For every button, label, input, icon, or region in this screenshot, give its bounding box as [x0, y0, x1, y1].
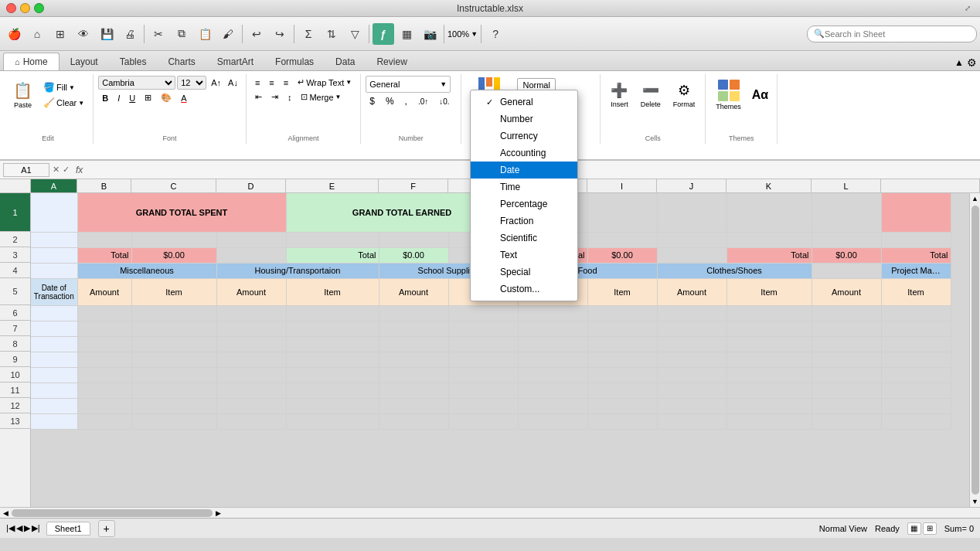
merge-btn[interactable]: ⊡ Merge ▼ [297, 90, 345, 104]
col-header-a[interactable]: A [31, 179, 77, 192]
help-icon[interactable]: ? [485, 23, 506, 45]
cell-m4[interactable]: Project Ma… [881, 263, 951, 278]
resize-icon[interactable]: ⤢ [961, 2, 974, 15]
cell-m2[interactable] [881, 232, 951, 247]
dropdown-item-time[interactable]: Time [471, 179, 577, 196]
cell-j5[interactable]: Amount [657, 278, 726, 305]
col-header-e[interactable]: E [286, 179, 379, 192]
row-header-4[interactable]: 4 [0, 263, 30, 278]
cell-i3[interactable]: $0.00 [587, 247, 657, 263]
decimal-decrease-btn[interactable]: ↓0. [435, 96, 453, 107]
paste-icon[interactable]: 📋 [194, 23, 216, 45]
row-header-9[interactable]: 9 [0, 352, 30, 367]
cell-i2[interactable] [587, 232, 657, 247]
tab-formulas[interactable]: Formulas [264, 53, 325, 70]
page-layout-view-btn[interactable]: ⊞ [923, 522, 937, 535]
fill-button[interactable]: 🪣 Fill ▼ [39, 80, 88, 94]
col-header-l[interactable]: L [812, 179, 881, 192]
sheet-nav-first[interactable]: |◀ [6, 523, 15, 533]
cell-f6[interactable] [379, 305, 448, 321]
cell-m1[interactable] [881, 193, 951, 232]
col-header-b[interactable]: B [77, 179, 131, 192]
row-header-11[interactable]: 11 [0, 383, 30, 398]
comma-btn[interactable]: , [401, 94, 411, 108]
cancel-formula-icon[interactable]: ✕ [53, 165, 60, 175]
copy-icon[interactable]: ⧉ [171, 23, 192, 45]
cell-j3[interactable] [657, 247, 726, 263]
format-painter-icon[interactable]: 🖌 [217, 23, 239, 45]
cell-k5[interactable]: Item [726, 278, 812, 305]
number-format-dropdown[interactable]: General ▼ [366, 76, 451, 93]
insert-button[interactable]: ➕ Insert [605, 76, 634, 114]
cell-f5[interactable]: Amount [379, 278, 448, 305]
cell-j1[interactable] [657, 193, 726, 232]
percent-btn[interactable]: % [382, 94, 398, 108]
col-header-j[interactable]: J [657, 179, 726, 192]
cell-k6[interactable] [726, 305, 812, 321]
scrollbar-thumb-v[interactable] [971, 206, 979, 495]
cell-l1[interactable] [812, 193, 881, 232]
tab-layout[interactable]: Layout [60, 53, 109, 70]
autosum-icon[interactable]: Σ [298, 23, 319, 45]
cell-reference[interactable]: A1 [3, 163, 49, 177]
cell-i1[interactable] [587, 193, 657, 232]
add-sheet-btn[interactable]: + [98, 520, 115, 537]
row-header-1[interactable]: 1 [0, 193, 30, 232]
cell-l6[interactable] [812, 305, 881, 321]
vertical-scrollbar[interactable]: ▲ ▼ [969, 193, 980, 507]
window-controls[interactable] [6, 3, 44, 13]
format-button[interactable]: ⚙ Format [668, 76, 701, 114]
row-header-5[interactable]: 5 [0, 278, 30, 305]
dropdown-item-accounting[interactable]: Accounting [471, 145, 577, 162]
sheet-icon[interactable]: ▦ [396, 23, 417, 45]
zoom-control[interactable]: 100% ▼ [447, 29, 478, 39]
highlight-button[interactable]: 🎨 [157, 91, 175, 104]
indent-right-btn[interactable]: ⇥ [267, 90, 282, 104]
cell-d2[interactable] [216, 232, 286, 247]
confirm-formula-icon[interactable]: ✓ [63, 165, 70, 175]
cell-b1[interactable]: GRAND TOTAL SPENT [77, 193, 286, 232]
cell-a3[interactable] [31, 247, 77, 263]
cell-c5[interactable]: Item [131, 278, 216, 305]
underline-button[interactable]: U [125, 92, 139, 104]
cell-b4[interactable]: Miscellaneous [77, 263, 216, 278]
font-size-decrease[interactable]: A↓ [225, 77, 241, 89]
search-box[interactable]: 🔍 [807, 26, 977, 43]
row-header-10[interactable]: 10 [0, 367, 30, 383]
cell-d4[interactable]: Housing/Transportaion [216, 263, 379, 278]
cell-l4[interactable] [812, 263, 881, 278]
sheet-nav-next[interactable]: ▶ [24, 523, 30, 533]
row-header-8[interactable]: 8 [0, 336, 30, 352]
dropdown-item-special[interactable]: Special [471, 264, 577, 281]
cell-i5[interactable]: Item [587, 278, 657, 305]
cut-icon[interactable]: ✂ [148, 23, 169, 45]
redo-icon[interactable]: ↪ [269, 23, 291, 45]
dropdown-item-text[interactable]: Text [471, 247, 577, 264]
cell-f3[interactable]: $0.00 [379, 247, 448, 263]
accounting-btn[interactable]: $ [366, 94, 379, 108]
cell-i6[interactable] [587, 305, 657, 321]
grid-icon[interactable]: ⊞ [49, 23, 71, 45]
col-header-d[interactable]: D [216, 179, 286, 192]
maximize-button[interactable] [34, 3, 44, 13]
camera-icon[interactable]: 📷 [419, 23, 441, 45]
col-header-i[interactable]: I [587, 179, 657, 192]
cell-k3[interactable]: Total [726, 247, 812, 263]
text-dir-btn[interactable]: ↕ [284, 91, 296, 104]
col-header-c[interactable]: C [131, 179, 216, 192]
ribbon-collapse-icon[interactable]: ▲ [954, 57, 964, 68]
apple-menu-icon[interactable]: 🍎 [3, 23, 25, 45]
font-name-select[interactable]: Cambria [98, 76, 175, 90]
cell-j2[interactable] [657, 232, 726, 247]
cell-d6[interactable] [216, 305, 286, 321]
align-center-btn[interactable]: ≡ [265, 77, 277, 89]
themes-aa-btn[interactable]: Aα [748, 87, 772, 104]
function-icon[interactable]: ƒ [373, 23, 394, 45]
cell-e5[interactable]: Item [286, 278, 379, 305]
cell-m5[interactable]: Item [881, 278, 951, 305]
bold-button[interactable]: B [98, 92, 112, 104]
dropdown-item-number[interactable]: Number [471, 111, 577, 128]
indent-left-btn[interactable]: ⇤ [251, 90, 266, 104]
dropdown-item-scientific[interactable]: Scientific [471, 230, 577, 247]
row-header-13[interactable]: 13 [0, 413, 30, 429]
